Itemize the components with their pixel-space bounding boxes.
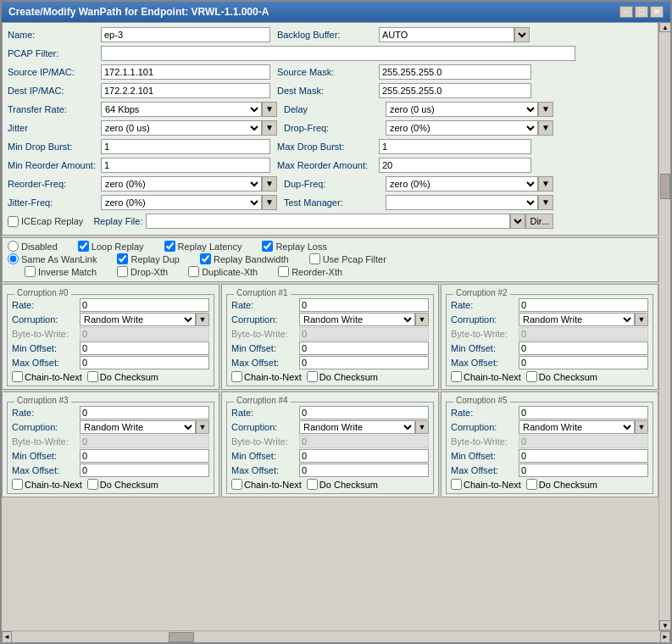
use-pcap-filter-checkbox[interactable] xyxy=(309,253,320,264)
duplicate-xth-label[interactable]: Duplicate-Xth xyxy=(188,266,258,277)
min-offset-input-1[interactable] xyxy=(299,341,429,355)
chain-to-next-checkbox-0[interactable] xyxy=(12,371,23,382)
reorder-xth-label[interactable]: Reorder-Xth xyxy=(278,266,342,277)
chain-to-next-label-4[interactable]: Chain-to-Next xyxy=(231,479,302,490)
replay-latency-checkbox[interactable] xyxy=(164,241,175,252)
backlog-buffer-select[interactable]: ▼ xyxy=(514,27,530,42)
scroll-left-button[interactable]: ◄ xyxy=(2,631,12,643)
max-offset-input-1[interactable] xyxy=(299,356,429,369)
icecap-checkbox[interactable] xyxy=(8,216,19,227)
chain-to-next-label-5[interactable]: Chain-to-Next xyxy=(451,479,521,490)
dir-button[interactable]: Dir... xyxy=(525,214,553,229)
do-checksum-checkbox-4[interactable] xyxy=(307,479,318,490)
delay-select[interactable]: zero (0 us) xyxy=(386,102,538,117)
dest-ip-input[interactable] xyxy=(101,83,270,98)
min-offset-input-3[interactable] xyxy=(80,449,209,463)
corruption-select-0[interactable]: Random Write xyxy=(80,313,196,326)
do-checksum-label-2[interactable]: Do Checksum xyxy=(526,371,597,382)
do-checksum-label-3[interactable]: Do Checksum xyxy=(87,479,158,490)
max-drop-burst-input[interactable] xyxy=(379,139,531,154)
drop-freq-select[interactable]: zero (0%) xyxy=(386,120,538,136)
jitter-freq-select[interactable]: zero (0%) xyxy=(101,195,262,210)
delay-arrow[interactable]: ▼ xyxy=(538,102,553,117)
dest-mask-input[interactable] xyxy=(379,83,531,98)
disabled-radio-label[interactable]: Disabled xyxy=(8,241,58,252)
corruption-select-5[interactable]: Random Write xyxy=(519,420,635,434)
do-checksum-checkbox-3[interactable] xyxy=(87,479,98,490)
drop-freq-arrow[interactable]: ▼ xyxy=(538,120,553,136)
do-checksum-checkbox-5[interactable] xyxy=(526,479,537,490)
pcap-filter-input[interactable] xyxy=(101,46,575,61)
do-checksum-label-4[interactable]: Do Checksum xyxy=(307,479,378,490)
do-checksum-checkbox-2[interactable] xyxy=(526,371,537,382)
reorder-freq-select[interactable]: zero (0%) xyxy=(101,176,262,192)
minimize-button[interactable]: ─ xyxy=(619,6,633,18)
icecap-checkbox-label[interactable]: ICEcap Replay xyxy=(8,216,83,227)
max-offset-input-3[interactable] xyxy=(80,464,209,477)
duplicate-xth-checkbox[interactable] xyxy=(188,266,199,277)
byte-to-write-input-0[interactable] xyxy=(80,327,209,341)
maximize-button[interactable]: □ xyxy=(635,6,648,18)
do-checksum-checkbox-1[interactable] xyxy=(307,371,318,382)
test-manager-select[interactable] xyxy=(386,195,538,210)
min-offset-input-0[interactable] xyxy=(80,341,209,355)
rate-input-0[interactable] xyxy=(80,298,209,312)
transfer-rate-select[interactable]: 64 Kbps xyxy=(101,102,262,117)
min-drop-burst-input[interactable] xyxy=(101,139,270,154)
reorder-xth-checkbox[interactable] xyxy=(278,266,289,277)
dup-freq-arrow[interactable]: ▼ xyxy=(538,176,553,192)
chain-to-next-label-3[interactable]: Chain-to-Next xyxy=(12,479,82,490)
min-offset-input-4[interactable] xyxy=(299,449,429,463)
replay-dup-label[interactable]: Replay Dup xyxy=(117,253,179,264)
max-reorder-input[interactable] xyxy=(379,158,531,173)
corruption-select-3[interactable]: Random Write xyxy=(80,420,196,434)
replay-latency-label[interactable]: Replay Latency xyxy=(164,241,242,252)
byte-to-write-input-2[interactable] xyxy=(519,327,648,341)
scrollbar-thumb[interactable] xyxy=(660,174,670,199)
close-button[interactable]: ✕ xyxy=(650,6,664,18)
max-offset-input-5[interactable] xyxy=(519,464,648,477)
chain-to-next-checkbox-5[interactable] xyxy=(451,479,462,490)
corruption-select-arrow-5[interactable]: ▼ xyxy=(635,420,648,434)
min-offset-input-5[interactable] xyxy=(519,449,648,463)
replay-loss-label[interactable]: Replay Loss xyxy=(262,241,327,252)
corruption-select-arrow-4[interactable]: ▼ xyxy=(415,420,429,434)
jitter-select[interactable]: zero (0 us) xyxy=(101,120,262,136)
source-mask-input[interactable] xyxy=(379,64,531,80)
transfer-rate-arrow[interactable]: ▼ xyxy=(262,102,277,117)
replay-bandwidth-label[interactable]: Replay Bandwidth xyxy=(200,253,289,264)
byte-to-write-input-5[interactable] xyxy=(519,435,648,448)
do-checksum-checkbox-0[interactable] xyxy=(87,371,98,382)
drop-xth-checkbox[interactable] xyxy=(117,266,128,277)
do-checksum-label-0[interactable]: Do Checksum xyxy=(87,371,158,382)
corruption-select-arrow-1[interactable]: ▼ xyxy=(415,313,429,326)
byte-to-write-input-1[interactable] xyxy=(299,327,429,341)
do-checksum-label-5[interactable]: Do Checksum xyxy=(526,479,597,490)
jitter-arrow[interactable]: ▼ xyxy=(262,120,277,136)
rate-input-1[interactable] xyxy=(299,298,429,312)
loop-replay-checkbox[interactable] xyxy=(78,241,89,252)
max-offset-input-2[interactable] xyxy=(519,356,648,369)
corruption-select-1[interactable]: Random Write xyxy=(299,313,415,326)
backlog-buffer-input[interactable] xyxy=(379,27,514,42)
name-input[interactable] xyxy=(101,27,270,42)
max-offset-input-4[interactable] xyxy=(299,464,429,477)
replay-loss-checkbox[interactable] xyxy=(262,241,273,252)
byte-to-write-input-3[interactable] xyxy=(80,435,209,448)
source-ip-input[interactable] xyxy=(101,64,270,80)
scroll-right-button[interactable]: ► xyxy=(660,631,670,643)
loop-replay-label[interactable]: Loop Replay xyxy=(78,241,144,252)
drop-xth-label[interactable]: Drop-Xth xyxy=(117,266,168,277)
chain-to-next-checkbox-1[interactable] xyxy=(231,371,242,382)
rate-input-4[interactable] xyxy=(299,406,429,419)
rate-input-5[interactable] xyxy=(519,406,648,419)
min-offset-input-2[interactable] xyxy=(519,341,648,355)
chain-to-next-checkbox-2[interactable] xyxy=(451,371,462,382)
do-checksum-label-1[interactable]: Do Checksum xyxy=(307,371,378,382)
corruption-select-arrow-2[interactable]: ▼ xyxy=(635,313,648,326)
jitter-freq-arrow[interactable]: ▼ xyxy=(262,195,277,210)
reorder-freq-arrow[interactable]: ▼ xyxy=(262,176,277,192)
disabled-radio[interactable] xyxy=(8,241,19,252)
min-reorder-input[interactable] xyxy=(101,158,270,173)
max-offset-input-0[interactable] xyxy=(80,356,209,369)
